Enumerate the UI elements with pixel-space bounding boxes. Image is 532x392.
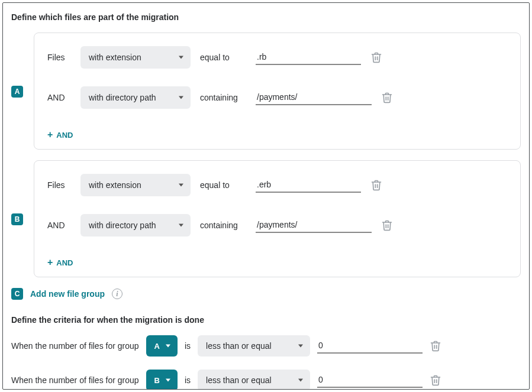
criteria-value-input[interactable] [317,338,423,354]
file-group-a-card: Files with extension equal to AND with d… [34,33,521,150]
chevron-down-icon [179,96,183,99]
section-criteria-title: Define the criteria for when the migrati… [11,315,521,325]
rule-row: Files with extension equal to [47,46,507,69]
rule-op-label: equal to [200,180,246,190]
criteria-group-select[interactable]: A [146,335,178,357]
matcher-select[interactable]: with directory path [80,214,191,237]
criteria-prefix: When the number of files for group [11,375,139,385]
rule-leading-label: AND [47,93,71,102]
chevron-down-icon [166,345,170,348]
criteria-prefix: When the number of files for group [11,341,139,351]
matcher-select[interactable]: with extension [80,174,191,196]
group-badge-c: C [11,288,23,300]
section-files-title: Define which files are part of the migra… [11,12,521,22]
trash-icon[interactable] [381,91,393,104]
rule-value-input[interactable] [256,177,361,193]
criteria-group-select[interactable]: B [146,370,178,390]
group-badge-a: A [11,86,23,98]
chevron-down-icon [166,379,170,382]
add-and-button[interactable]: + AND [47,130,73,140]
rule-op-label: containing [200,221,246,230]
add-and-button[interactable]: + AND [47,258,73,267]
chevron-down-icon [179,56,183,59]
info-icon[interactable]: i [112,289,122,299]
group-badge-b: B [11,213,23,225]
plus-icon: + [47,258,53,267]
matcher-select[interactable]: with extension [80,46,191,69]
file-group-b-card: Files with extension equal to AND with d… [34,160,521,277]
rule-row: AND with directory path containing [47,214,507,237]
chevron-down-icon [179,184,183,187]
criteria-row: When the number of files for group A is … [11,335,521,357]
rule-value-input[interactable] [256,218,372,233]
chevron-down-icon [298,379,303,382]
rule-value-input[interactable] [256,90,372,105]
trash-icon[interactable] [430,339,441,352]
chevron-down-icon [179,224,183,227]
is-label: is [185,375,191,385]
plus-icon: + [47,130,53,140]
rule-row: Files with extension equal to [47,174,507,196]
matcher-select[interactable]: with directory path [80,86,191,109]
chevron-down-icon [298,345,303,348]
comparator-select[interactable]: less than or equal [198,370,310,390]
rule-leading-label: Files [47,180,71,190]
comparator-select[interactable]: less than or equal [198,335,310,357]
rule-leading-label: AND [47,221,71,230]
rule-value-input[interactable] [256,50,361,65]
add-file-group-button[interactable]: Add new file group [30,289,105,299]
criteria-row: When the number of files for group B is … [11,370,521,390]
rule-op-label: containing [200,93,246,102]
trash-icon[interactable] [370,179,382,192]
add-group-row: C Add new file group i [11,288,521,300]
trash-icon[interactable] [381,219,393,232]
trash-icon[interactable] [430,374,441,387]
file-group-b-wrap: B Files with extension equal to AND with… [11,160,521,277]
file-group-a-wrap: A Files with extension equal to AND with… [11,33,521,150]
is-label: is [185,341,191,351]
rule-op-label: equal to [200,53,246,62]
rule-row: AND with directory path containing [47,86,507,109]
criteria-value-input[interactable] [317,372,423,388]
rule-leading-label: Files [47,53,71,62]
trash-icon[interactable] [370,51,382,64]
migration-config-panel: Define which files are part of the migra… [2,2,530,390]
